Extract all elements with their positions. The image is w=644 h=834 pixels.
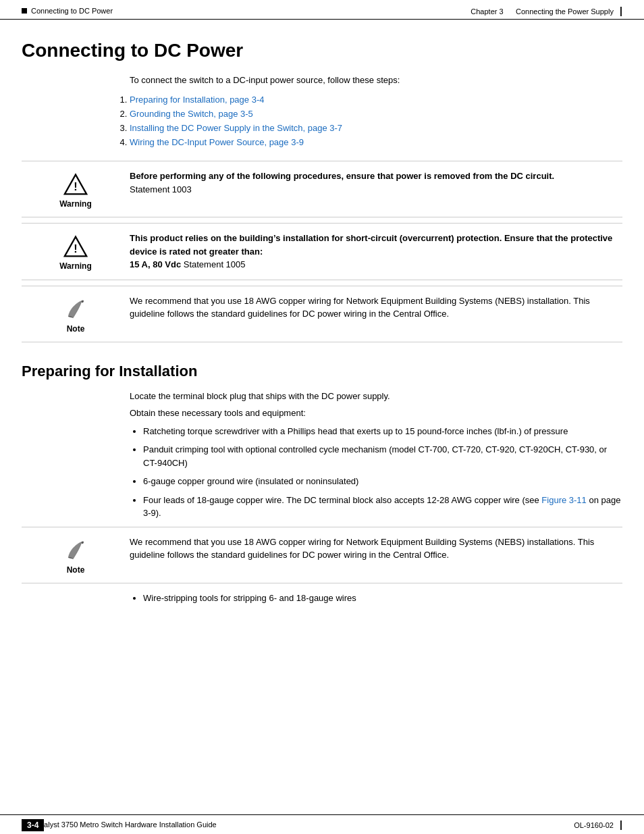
warning-bold-text-2: This product relies on the building’s in… [130,233,612,257]
step-3-link[interactable]: Installing the DC Power Supply in the Sw… [130,123,342,133]
footer-left: Catalyst 3750 Metro Switch Hardware Inst… [22,820,217,829]
step-1-link[interactable]: Preparing for Installation, page 3-4 [130,95,264,105]
note-icon-area-1: Note [22,294,130,334]
warning-triangle-icon-2: ! [63,234,88,259]
warning-block-1: ! Warning Before performing any of the f… [22,161,622,217]
list-item: Panduit crimping tool with optional cont… [143,443,622,469]
list-item: Preparing for Installation, page 3-4 [130,95,622,105]
list-item: Ratcheting torque screwdriver with a Phi… [143,425,622,438]
chapter-label: Chapter 3 [471,7,503,16]
bullet-list: Ratcheting torque screwdriver with a Phi… [143,425,622,520]
header-chapter: Chapter 3 Connecting the Power Supply | [471,5,622,16]
footer-doc-title: Catalyst 3750 Metro Switch Hardware Inst… [32,820,217,829]
note-icon-area-2: Note [22,536,130,575]
chapter-title: Connecting the Power Supply [516,7,614,16]
warning-content-1: Before performing any of the following p… [130,170,622,196]
warning-label-1: Warning [59,199,92,209]
step-4-link[interactable]: Wiring the DC-Input Power Source, page 3… [130,137,304,147]
footer-right: OL-9160-02 | [574,819,622,830]
warning-triangle-icon-1: ! [63,172,88,197]
warning-highlight-2: 15 A, 80 Vdc [130,259,181,269]
footer-rule: | [620,819,622,830]
note-label-1: Note [67,324,85,334]
note-block-1: Note We recommend that you use 18 AWG co… [22,286,622,342]
list-item: Installing the DC Power Supply in the Sw… [130,123,622,133]
note-pencil-icon-1 [63,297,88,321]
list-item: Wire-stripping tools for stripping 6- an… [143,592,622,605]
note-block-2: Note We recommend that you use 18 AWG co… [22,527,622,583]
breadcrumb-text: Connecting to DC Power [31,7,113,15]
page-footer: Catalyst 3750 Metro Switch Hardware Inst… [0,814,644,834]
header-square-icon [22,8,27,14]
steps-list: Preparing for Installation, page 3-4 Gro… [130,95,622,147]
warning-bold-text-1: Before performing any of the following p… [130,171,554,181]
step-2-link[interactable]: Grounding the Switch, page 3-5 [130,109,253,119]
header-rule: | [620,5,622,16]
page-title: Connecting to DC Power [22,40,622,61]
intro-text: To connect the switch to a DC-input powe… [130,75,622,85]
list-item: Grounding the Switch, page 3-5 [130,109,622,119]
bullet-list-2: Wire-stripping tools for stripping 6- an… [143,592,622,605]
warning-block-2: ! Warning This product relies on the bui… [22,223,622,280]
page-header: Connecting to DC Power Chapter 3 Connect… [0,0,644,20]
warning-statement-1: Statement 1003 [130,184,192,194]
note-text-1: We recommend that you use 18 AWG copper … [130,296,590,319]
note-content-1: We recommend that you use 18 AWG copper … [130,294,622,321]
svg-text:!: ! [74,180,77,192]
svg-text:!: ! [74,242,77,255]
footer-doc-code: OL-9160-02 [574,821,614,829]
section2-intro1: Locate the terminal block plug that ship… [130,391,622,401]
list-item: Wiring the DC-Input Power Source, page 3… [130,137,622,147]
note-content-2: We recommend that you use 18 AWG copper … [130,536,622,562]
warning-icon-area-1: ! Warning [22,170,130,209]
warning-statement-2: Statement 1005 [184,259,246,269]
note-text-2: We recommend that you use 18 AWG copper … [130,537,594,561]
figure-link[interactable]: Figure 3-11 [541,495,586,505]
note-label-2: Note [67,565,85,575]
warning-icon-area-2: ! Warning [22,232,130,271]
page-number: 3-4 [22,819,44,831]
section2-intro2: Obtain these necessary tools and equipme… [130,408,622,418]
main-content: Connecting to DC Power To connect the sw… [0,20,644,652]
header-breadcrumb: Connecting to DC Power [22,7,113,15]
section2-title: Preparing for Installation [22,363,622,380]
list-item: 6-gauge copper ground wire (insulated or… [143,475,622,488]
note-pencil-icon-2 [63,538,88,563]
list-item: Four leads of 18-gauge copper wire. The … [143,494,622,520]
warning-content-2: This product relies on the building’s in… [130,232,622,271]
warning-label-2: Warning [59,261,92,271]
